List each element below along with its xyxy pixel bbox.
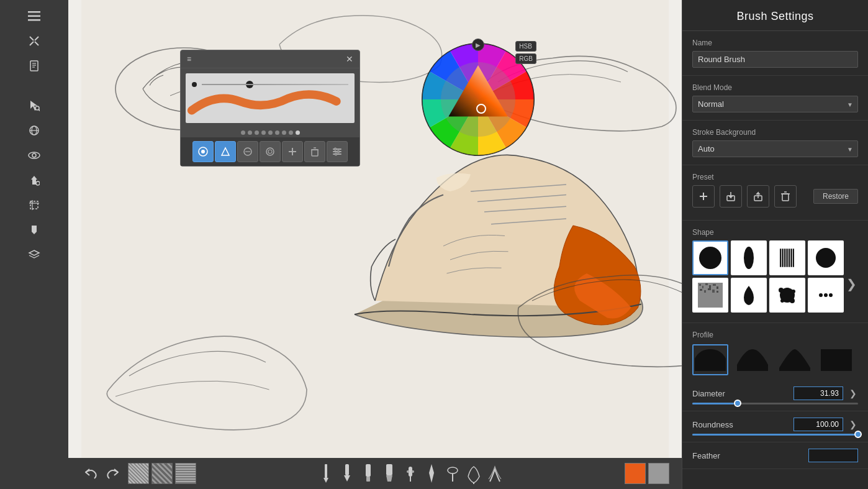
special-brush-3[interactable] (486, 463, 504, 484)
svg-rect-51 (325, 464, 327, 478)
diameter-expand-btn[interactable]: ❯ (848, 387, 858, 400)
popup-flow-btn[interactable] (260, 141, 281, 162)
name-label: Name (692, 39, 858, 47)
diameter-slider-row[interactable] (692, 403, 858, 404)
shape-cell-dots[interactable] (808, 278, 844, 313)
profile-section: Profile (682, 323, 868, 380)
roundness-expand-btn[interactable]: ❯ (848, 418, 858, 431)
diameter-slider[interactable] (692, 403, 858, 404)
size-slider-track[interactable] (202, 84, 348, 85)
menu-icon[interactable] (23, 5, 45, 27)
roundness-slider[interactable] (692, 434, 858, 436)
roundness-label: Roundness (692, 420, 733, 429)
svg-point-12 (35, 106, 39, 110)
shape-cell-thin-oval[interactable] (731, 240, 767, 275)
svg-point-39 (268, 150, 272, 153)
page-dot-3[interactable] (255, 130, 259, 135)
preset-add-btn[interactable] (692, 185, 715, 208)
preset-label: Preset (692, 173, 858, 181)
brush-name-input[interactable] (692, 51, 858, 68)
shape-cell-drop[interactable] (731, 278, 767, 313)
svg-marker-54 (344, 475, 350, 482)
svg-point-62 (412, 470, 414, 473)
redo-button[interactable] (103, 464, 123, 483)
rgb-mode-btn[interactable]: RGB (515, 53, 536, 64)
ink-pen-tool[interactable] (423, 463, 440, 484)
page-dot-5[interactable] (268, 130, 273, 135)
paint-bucket-icon[interactable] (23, 219, 45, 241)
pencil-tool-1[interactable] (317, 463, 335, 484)
stroke-bg-select[interactable]: Auto (692, 140, 858, 157)
crop-icon[interactable] (23, 194, 45, 216)
preset-export-btn[interactable] (747, 185, 769, 208)
page-dot-8[interactable] (289, 130, 293, 135)
hsb-mode-btn[interactable]: HSB (515, 41, 536, 52)
profile-cell-4[interactable] (818, 344, 854, 375)
svg-rect-1 (28, 16, 40, 17)
shape-cell-splatter[interactable] (769, 278, 805, 313)
shape-cell-bristle[interactable] (769, 240, 805, 275)
profile-cell-2[interactable] (735, 344, 771, 375)
special-brush-1[interactable] (444, 463, 461, 484)
collapse-icon[interactable] (23, 30, 45, 52)
layers-icon[interactable] (23, 244, 45, 266)
page-dot-9[interactable] (296, 130, 300, 135)
preset-import-btn[interactable] (720, 185, 742, 208)
transform-icon[interactable] (23, 119, 45, 142)
svg-rect-91 (717, 286, 718, 289)
page-dot-7[interactable] (282, 130, 286, 135)
profile-cell-3[interactable] (777, 344, 813, 375)
popup-delete-btn[interactable] (304, 141, 325, 162)
roundness-input[interactable] (793, 418, 843, 431)
diameter-input[interactable] (793, 386, 843, 400)
popup-smudge-btn[interactable] (237, 141, 258, 162)
popup-menu-icon[interactable]: ≡ (187, 55, 191, 63)
page-dot-6[interactable] (275, 130, 279, 135)
canvas-area[interactable]: HSB RGB ▶ ≡ ✕ (68, 0, 682, 489)
app-container: HSB RGB ▶ ≡ ✕ (0, 0, 868, 489)
shape-cell-large-circle[interactable] (808, 240, 844, 275)
svg-point-64 (448, 467, 458, 473)
roundness-slider-row[interactable] (692, 434, 858, 436)
popup-brush-btn[interactable] (192, 141, 214, 162)
shape-cell-circle[interactable] (692, 240, 728, 275)
blend-mode-select[interactable]: Normal (692, 96, 858, 112)
popup-close-btn[interactable]: ✕ (346, 54, 353, 64)
preset-delete-btn[interactable] (774, 185, 797, 208)
page-dot-1[interactable] (241, 130, 245, 135)
shape-cell-texture[interactable] (692, 278, 728, 313)
feather-input[interactable] (808, 449, 858, 462)
pen-tool[interactable] (338, 463, 356, 484)
popup-add-btn[interactable] (282, 141, 303, 162)
undo-button[interactable] (81, 464, 101, 483)
svg-rect-76 (780, 249, 781, 267)
popup-settings-btn[interactable] (327, 141, 348, 162)
svg-rect-80 (787, 249, 789, 267)
airbrush-tool[interactable] (402, 463, 419, 484)
color-play-btn[interactable]: ▶ (472, 39, 484, 51)
eye-icon[interactable] (23, 144, 45, 167)
popup-shape-btn[interactable] (215, 141, 236, 162)
primary-color-swatch[interactable] (625, 463, 646, 484)
svg-point-104 (829, 293, 833, 297)
shape-label: Shape (692, 228, 858, 237)
select-tool-icon[interactable] (23, 94, 45, 117)
texture-swatch-3[interactable] (175, 463, 196, 484)
flat-pen-tool[interactable] (381, 463, 398, 484)
texture-swatch-1[interactable] (128, 463, 149, 484)
profile-cell-1[interactable] (692, 344, 728, 375)
texture-swatch-2[interactable] (151, 463, 173, 484)
stroke-preview-svg (186, 86, 355, 123)
page-dot-4[interactable] (261, 130, 266, 135)
color-wheel[interactable]: HSB RGB ▶ (416, 37, 540, 162)
book-icon[interactable] (23, 55, 45, 77)
fill-icon[interactable] (23, 169, 45, 191)
marker-tool[interactable] (359, 463, 377, 484)
shape-scroll-down-btn[interactable]: ❯ (846, 276, 857, 291)
page-dot-2[interactable] (248, 130, 252, 135)
popup-header-icons: ≡ (187, 55, 194, 63)
bottom-toolbar (68, 458, 682, 489)
restore-button[interactable]: Restore (813, 189, 858, 204)
secondary-color-swatch[interactable] (648, 463, 669, 484)
special-brush-2[interactable] (465, 463, 482, 484)
